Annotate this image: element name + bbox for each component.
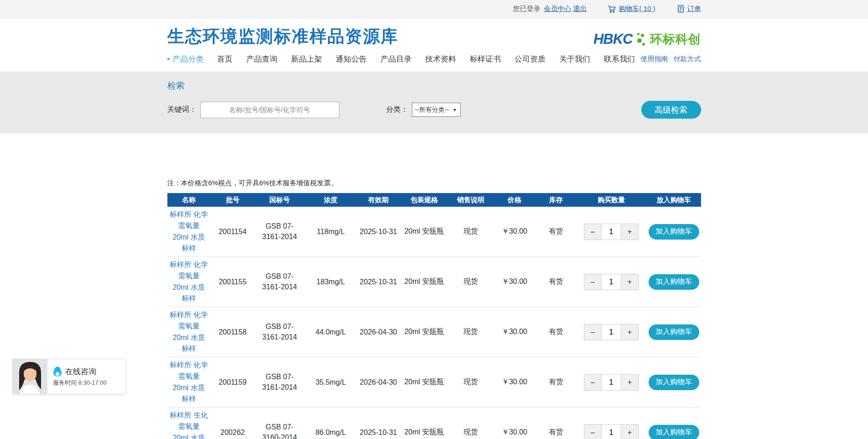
quantity-plus-button[interactable]: + bbox=[621, 324, 638, 340]
package-spec-cell: 20ml 安瓿瓶 bbox=[400, 227, 449, 236]
batch-number-cell: 2001158 bbox=[211, 328, 255, 336]
quantity-plus-button[interactable]: + bbox=[621, 224, 638, 240]
quantity-stepper: – + bbox=[584, 324, 639, 340]
utility-link[interactable]: 使用指南 bbox=[641, 55, 668, 63]
nav-utility-links: 使用指南付款方式 bbox=[641, 55, 701, 63]
batch-number-cell: 2001155 bbox=[211, 278, 255, 286]
nav-item-label: 技术资料 bbox=[425, 54, 456, 64]
concentration-cell: 183mg/L bbox=[305, 278, 357, 286]
add-to-cart-button[interactable]: 加入购物车 bbox=[649, 324, 699, 340]
shopping-cart-icon bbox=[608, 5, 616, 13]
batch-number-cell: 2001159 bbox=[211, 378, 255, 387]
quantity-plus-button[interactable]: + bbox=[621, 274, 638, 290]
table-header-cell: 价格 bbox=[493, 196, 536, 204]
package-spec-cell: 20ml 安瓿瓶 bbox=[400, 428, 449, 437]
product-name-link[interactable]: 标样所 生化需氧量 20ml 水质标样 bbox=[169, 410, 209, 439]
expiry-date-cell: 2025-10-31 bbox=[357, 228, 400, 236]
utility-link[interactable]: 付款方式 bbox=[674, 55, 701, 63]
table-header-cell: 名称 bbox=[167, 196, 211, 204]
stock-status-cell: 有货 bbox=[536, 227, 576, 236]
quantity-input[interactable] bbox=[601, 274, 621, 290]
category-select[interactable]: --所有分类-- ▼ bbox=[412, 103, 461, 117]
quantity-input[interactable] bbox=[601, 224, 621, 240]
member-center-link[interactable]: 会员中心 bbox=[544, 5, 571, 13]
chat-text-block: 在线咨询 服务时间 8:30-17:00 bbox=[47, 359, 125, 394]
nav-item[interactable]: 产品查询 bbox=[246, 54, 277, 64]
online-chat-widget[interactable]: 在线咨询 服务时间 8:30-17:00 bbox=[12, 359, 126, 394]
expiry-date-cell: 2025-10-31 bbox=[357, 278, 400, 286]
product-table: 名称批号国标号浓度有效期包装规格销售说明价格库存购买数量放入购物车 标样所 化学… bbox=[167, 193, 701, 439]
keyword-input[interactable] bbox=[200, 102, 339, 118]
quantity-input[interactable] bbox=[601, 425, 621, 439]
nav-item-label: 通知公告 bbox=[336, 54, 367, 64]
sales-status-cell: 现货 bbox=[449, 227, 493, 236]
nav-item[interactable]: 标样证书 bbox=[470, 54, 501, 64]
quantity-minus-button[interactable]: – bbox=[584, 425, 601, 439]
brand-abbr-text: HBKC bbox=[593, 31, 633, 47]
table-row: 标样所 化学需氧量 20ml 水质标样 2001155 GSB 07-3161-… bbox=[167, 257, 701, 307]
add-to-cart-button[interactable]: 加入购物车 bbox=[649, 224, 699, 240]
nav-item-label: 产品分类 bbox=[172, 54, 203, 64]
nav-item[interactable]: 通知公告 bbox=[336, 54, 367, 64]
nav-item-label: 产品目录 bbox=[380, 54, 411, 64]
nav-item-label: 关于我们 bbox=[559, 54, 590, 64]
quantity-input[interactable] bbox=[601, 375, 621, 390]
quantity-input[interactable] bbox=[601, 324, 621, 340]
gsb-number-cell: GSB 07-3161-2014 bbox=[255, 221, 305, 242]
quantity-plus-button[interactable]: + bbox=[621, 425, 638, 439]
quantity-minus-button[interactable]: – bbox=[584, 375, 601, 390]
nav-item-label: 首页 bbox=[217, 54, 233, 64]
table-body: 标样所 化学需氧量 20ml 水质标样 2001154 GSB 07-3161-… bbox=[167, 207, 701, 439]
nav-item[interactable]: 技术资料 bbox=[425, 54, 456, 64]
product-name-link[interactable]: 标样所 化学需氧量 20ml 水质标样 bbox=[169, 360, 209, 405]
logout-link[interactable]: 退出 bbox=[573, 5, 587, 13]
stock-status-cell: 有货 bbox=[536, 377, 576, 387]
table-row: 标样所 化学需氧量 20ml 水质标样 2001159 GSB 07-3161-… bbox=[167, 357, 701, 408]
nav-item-label: 标样证书 bbox=[470, 54, 501, 64]
nav-item[interactable]: 联系我们 bbox=[604, 54, 635, 64]
login-status-text: 您已登录 bbox=[513, 5, 540, 13]
concentration-cell: 118mg/L bbox=[305, 228, 357, 236]
product-name-link[interactable]: 标样所 化学需氧量 20ml 水质标样 bbox=[169, 259, 209, 304]
quantity-stepper: – + bbox=[584, 274, 639, 290]
table-row: 标样所 生化需氧量 20ml 水质标样 200262 GSB 07-3160-2… bbox=[167, 408, 701, 439]
table-row: 标样所 化学需氧量 20ml 水质标样 2001158 GSB 07-3161-… bbox=[167, 307, 701, 357]
package-spec-cell: 20ml 安瓿瓶 bbox=[400, 327, 449, 337]
orders-link[interactable]: 订单 bbox=[676, 5, 701, 13]
nav-item[interactable]: 关于我们 bbox=[559, 54, 590, 64]
nav-item[interactable]: 首页 bbox=[217, 54, 233, 64]
stock-status-cell: 有货 bbox=[536, 428, 576, 437]
site-logo[interactable]: 生态环境监测标准样品资源库 bbox=[167, 27, 399, 46]
add-to-cart-button[interactable]: 加入购物车 bbox=[649, 375, 699, 390]
nav-item[interactable]: 公司资质 bbox=[515, 54, 546, 64]
quantity-minus-button[interactable]: – bbox=[584, 224, 601, 240]
table-header-row: 名称批号国标号浓度有效期包装规格销售说明价格库存购买数量放入购物车 bbox=[167, 193, 701, 207]
nav-item[interactable]: 新品上架 bbox=[291, 54, 322, 64]
category-label: 分类： bbox=[386, 105, 408, 115]
product-name-link[interactable]: 标样所 化学需氧量 20ml 水质标样 bbox=[169, 309, 209, 355]
content-area: 注：本价格含6%税点，可开具6%技术服务增值税发票。 名称批号国标号浓度有效期包… bbox=[167, 179, 701, 439]
search-section: 检索 关键词： 分类： --所有分类-- ▼ 高级检索 bbox=[0, 72, 868, 133]
package-spec-cell: 20ml 安瓿瓶 bbox=[400, 277, 449, 287]
gsb-number-cell: GSB 07-3161-2014 bbox=[255, 372, 305, 392]
price-cell: ￥30.00 bbox=[493, 428, 536, 437]
table-row: 标样所 化学需氧量 20ml 水质标样 2001154 GSB 07-3161-… bbox=[167, 207, 701, 257]
expiry-date-cell: 2026-04-30 bbox=[357, 328, 400, 336]
quantity-minus-button[interactable]: – bbox=[584, 274, 601, 290]
quantity-minus-button[interactable]: – bbox=[584, 324, 601, 340]
nav-item[interactable]: ■产品分类 bbox=[167, 54, 203, 64]
product-name-link[interactable]: 标样所 化学需氧量 20ml 水质标样 bbox=[169, 209, 209, 254]
qq-penguin-icon bbox=[53, 366, 62, 376]
cart-link[interactable]: 购物车( 10 ) bbox=[608, 5, 655, 13]
table-header-cell: 包装规格 bbox=[400, 196, 449, 204]
add-to-cart-button[interactable]: 加入购物车 bbox=[649, 274, 699, 290]
gsb-number-cell: GSB 07-3161-2014 bbox=[255, 322, 305, 342]
nav-item[interactable]: 产品目录 bbox=[380, 54, 411, 64]
main-nav-items: ■产品分类首页产品查询新品上架通知公告产品目录技术资料标样证书公司资质关于我们联… bbox=[167, 54, 635, 64]
quantity-plus-button[interactable]: + bbox=[621, 375, 638, 390]
concentration-cell: 44.0mg/L bbox=[305, 328, 357, 336]
table-header-cell: 有效期 bbox=[357, 196, 400, 204]
advanced-search-button[interactable]: 高级检索 bbox=[641, 101, 701, 119]
price-cell: ￥30.00 bbox=[493, 327, 536, 337]
add-to-cart-button[interactable]: 加入购物车 bbox=[649, 425, 699, 439]
